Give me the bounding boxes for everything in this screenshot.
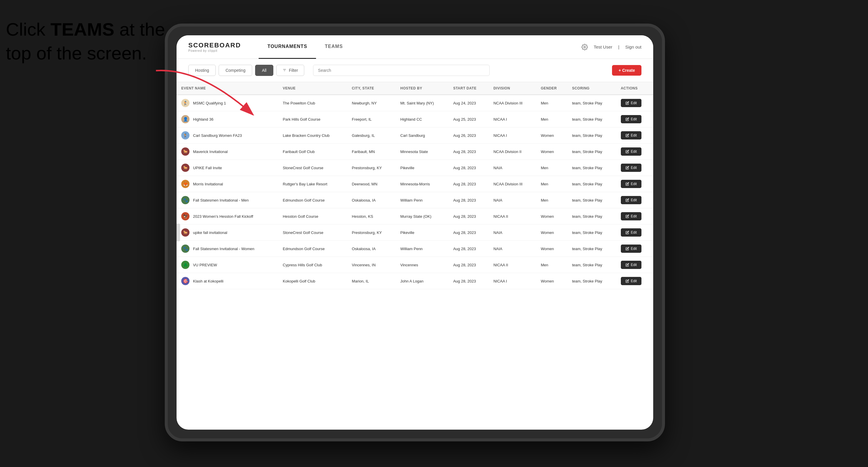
cell-actions: Edit xyxy=(616,127,653,144)
cell-gender: Men xyxy=(536,257,567,273)
event-icon: 🐾 xyxy=(181,245,189,253)
cell-gender: Women xyxy=(536,208,567,224)
cell-city-state: Marion, IL xyxy=(347,273,396,289)
cell-city-state: Prestonsburg, KY xyxy=(347,224,396,241)
event-name-text: UPIKE Fall Invite xyxy=(193,166,222,170)
cell-hosted-by: Minnesota-Morris xyxy=(396,176,449,192)
cell-start-date: Aug 28, 2023 xyxy=(448,208,489,224)
edit-button[interactable]: Edit xyxy=(621,212,642,220)
event-icon: 🌲 xyxy=(181,261,189,269)
cell-hosted-by: Vincennes xyxy=(396,257,449,273)
cell-hosted-by: William Penn xyxy=(396,192,449,208)
create-button[interactable]: + Create xyxy=(612,65,642,75)
cell-event-name: 🐎 upike fall invitational xyxy=(177,224,278,241)
edit-button[interactable]: Edit xyxy=(621,277,642,285)
cell-city-state: Freeport, IL xyxy=(347,111,396,127)
cell-scoring: team, Stroke Play xyxy=(567,144,616,160)
edit-button[interactable]: Edit xyxy=(621,228,642,237)
cell-venue: Hesston Golf Course xyxy=(278,208,347,224)
sign-out-link[interactable]: Sign out xyxy=(625,44,642,50)
sidebar-toggle[interactable] xyxy=(177,224,180,241)
edit-button[interactable]: Edit xyxy=(621,131,642,139)
tab-tournaments[interactable]: TOURNAMENTS xyxy=(259,35,316,59)
cell-actions: Edit xyxy=(616,192,653,208)
edit-button[interactable]: Edit xyxy=(621,261,642,269)
cell-division: NICAA II xyxy=(489,257,536,273)
edit-button[interactable]: Edit xyxy=(621,115,642,123)
pencil-icon xyxy=(625,198,629,202)
cell-division: NAIA xyxy=(489,224,536,241)
event-name-text: 2023 Women's Hesston Fall Kickoff xyxy=(193,214,253,219)
cell-gender: Men xyxy=(536,160,567,176)
cell-start-date: Aug 28, 2023 xyxy=(448,241,489,257)
pencil-icon xyxy=(625,150,629,153)
cell-event-name: 🦊 Morris Invitational xyxy=(177,176,278,192)
svg-point-1 xyxy=(584,46,586,48)
edit-button[interactable]: Edit xyxy=(621,196,642,204)
cell-city-state: Hesston, KS xyxy=(347,208,396,224)
event-name-text: Klash at Kokopelli xyxy=(193,279,223,283)
cell-actions: Edit xyxy=(616,273,653,289)
cell-event-name: 🐾 Fall Statesmen Invitational - Men xyxy=(177,192,278,208)
cell-scoring: team, Stroke Play xyxy=(567,160,616,176)
search-wrap xyxy=(313,65,609,76)
arrow-pointer xyxy=(141,65,288,138)
edit-button[interactable]: Edit xyxy=(621,164,642,172)
cell-start-date: Aug 24, 2023 xyxy=(448,95,489,111)
pencil-icon xyxy=(625,166,629,169)
cell-scoring: team, Stroke Play xyxy=(567,273,616,289)
cell-scoring: team, Stroke Play xyxy=(567,176,616,192)
cell-venue: Kokopelli Golf Club xyxy=(278,273,347,289)
cell-city-state: Prestonsburg, KY xyxy=(347,160,396,176)
col-venue: VENUE xyxy=(278,82,347,95)
event-icon: 🦊 xyxy=(181,180,189,188)
gear-icon[interactable] xyxy=(581,44,588,50)
cell-division: NCAA Division II xyxy=(489,144,536,160)
table-row: 🐾 Fall Statesmen Invitational - Women Ed… xyxy=(177,241,653,257)
nav-tabs: TOURNAMENTS TEAMS xyxy=(259,35,581,59)
cell-city-state: Faribault, MN xyxy=(347,144,396,160)
search-input[interactable] xyxy=(313,65,490,76)
event-name-text: Maverick Invitational xyxy=(193,150,228,154)
cell-event-name: 🐎 UPIKE Fall Invite xyxy=(177,160,278,176)
event-name-text: Fall Statesmen Invitational - Men xyxy=(193,198,249,203)
cell-event-name: 🐾 Fall Statesmen Invitational - Women xyxy=(177,241,278,257)
cell-venue: StoneCrest Golf Course xyxy=(278,160,347,176)
cell-hosted-by: Murray State (OK) xyxy=(396,208,449,224)
tab-teams[interactable]: TEAMS xyxy=(316,35,351,59)
cell-city-state: Oskaloosa, IA xyxy=(347,192,396,208)
table-row: 🦅 2023 Women's Hesston Fall Kickoff Hess… xyxy=(177,208,653,224)
cell-division: NICAA I xyxy=(489,127,536,144)
cell-city-state: Galesburg, IL xyxy=(347,127,396,144)
cell-gender: Women xyxy=(536,127,567,144)
cell-gender: Women xyxy=(536,273,567,289)
cell-hosted-by: William Penn xyxy=(396,241,449,257)
col-scoring: SCORING xyxy=(567,82,616,95)
cell-gender: Men xyxy=(536,95,567,111)
pencil-icon xyxy=(625,279,629,283)
logo-area: SCOREBOARD Powered by clippit xyxy=(188,41,241,52)
col-gender: GENDER xyxy=(536,82,567,95)
cell-gender: Men xyxy=(536,111,567,127)
pencil-icon xyxy=(625,231,629,234)
edit-button[interactable]: Edit xyxy=(621,99,642,107)
cell-actions: Edit xyxy=(616,257,653,273)
cell-actions: Edit xyxy=(616,224,653,241)
nav-separator: | xyxy=(618,44,619,50)
event-icon: 🐎 xyxy=(181,228,189,237)
event-name-text: upike fall invitational xyxy=(193,230,227,235)
table-row: 🌲 VU PREVIEW Cypress Hills Golf Club Vin… xyxy=(177,257,653,273)
cell-actions: Edit xyxy=(616,241,653,257)
edit-button[interactable]: Edit xyxy=(621,245,642,253)
cell-start-date: Aug 28, 2023 xyxy=(448,257,489,273)
edit-button[interactable]: Edit xyxy=(621,148,642,156)
cell-gender: Women xyxy=(536,144,567,160)
col-hosted-by: HOSTED BY xyxy=(396,82,449,95)
cell-actions: Edit xyxy=(616,160,653,176)
cell-hosted-by: Mt. Saint Mary (NY) xyxy=(396,95,449,111)
col-city-state: CITY, STATE xyxy=(347,82,396,95)
edit-button[interactable]: Edit xyxy=(621,180,642,188)
event-icon: 🦅 xyxy=(181,212,189,220)
cell-gender: Women xyxy=(536,241,567,257)
cell-scoring: team, Stroke Play xyxy=(567,192,616,208)
